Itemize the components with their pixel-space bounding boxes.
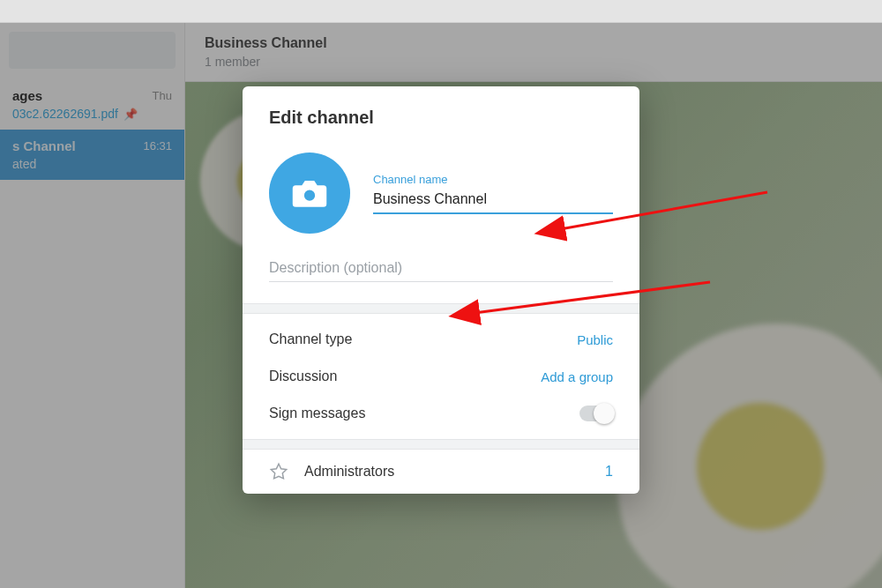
sign-messages-row[interactable]: Sign messages bbox=[243, 395, 639, 432]
channel-name-input[interactable] bbox=[373, 191, 613, 214]
row-value: 1 bbox=[605, 464, 613, 480]
row-label: Discussion bbox=[269, 368, 337, 384]
channel-description-field[interactable]: Description (optional) bbox=[269, 260, 613, 282]
channel-description-placeholder: Description (optional) bbox=[269, 260, 613, 282]
channel-type-row[interactable]: Channel type Public bbox=[243, 321, 639, 358]
discussion-row[interactable]: Discussion Add a group bbox=[243, 358, 639, 395]
background-decoration bbox=[617, 324, 882, 588]
sidebar-item-saved[interactable]: ages Thu 03c2.62262691.pdf 📌 bbox=[0, 79, 184, 130]
administrators-row[interactable]: Administrators 1 bbox=[243, 450, 639, 494]
sidebar-item-time: 16:31 bbox=[143, 139, 172, 153]
sidebar-item-title: ages bbox=[12, 88, 42, 103]
section-divider bbox=[243, 439, 639, 450]
row-value: Public bbox=[577, 332, 613, 347]
sidebar-item-channel[interactable]: s Channel 16:31 ated bbox=[0, 130, 184, 180]
row-label: Channel type bbox=[269, 331, 352, 347]
window-titlebar bbox=[0, 0, 882, 23]
row-value: Add a group bbox=[541, 369, 613, 384]
star-icon bbox=[269, 462, 288, 481]
row-label: Sign messages bbox=[269, 406, 365, 421]
camera-icon bbox=[291, 177, 328, 209]
sign-messages-toggle[interactable] bbox=[579, 406, 613, 421]
pin-icon: 📌 bbox=[123, 108, 138, 121]
channel-name-label: Channel name bbox=[373, 173, 613, 186]
chat-title: Business Channel bbox=[205, 35, 863, 51]
channel-name-field[interactable]: Channel name bbox=[373, 173, 613, 214]
channel-photo-button[interactable] bbox=[269, 153, 350, 234]
dialog-title: Edit channel bbox=[243, 86, 639, 144]
sidebar-item-title: s Channel bbox=[12, 138, 76, 153]
section-divider bbox=[243, 303, 639, 314]
row-label: Administrators bbox=[304, 464, 394, 480]
chat-list-sidebar: ages Thu 03c2.62262691.pdf 📌 s Channel 1… bbox=[0, 23, 185, 588]
chat-header[interactable]: Business Channel 1 member bbox=[185, 23, 882, 82]
sidebar-item-preview: 03c2.62262691.pdf bbox=[12, 107, 118, 121]
chat-members: 1 member bbox=[205, 55, 863, 69]
sidebar-item-time: Thu bbox=[153, 89, 172, 102]
edit-channel-dialog: Edit channel Channel name Description (o… bbox=[243, 86, 639, 494]
sidebar-item-preview: ated bbox=[12, 157, 36, 171]
channel-settings-list: Channel type Public Discussion Add a gro… bbox=[243, 314, 639, 439]
search-input[interactable] bbox=[9, 32, 176, 69]
